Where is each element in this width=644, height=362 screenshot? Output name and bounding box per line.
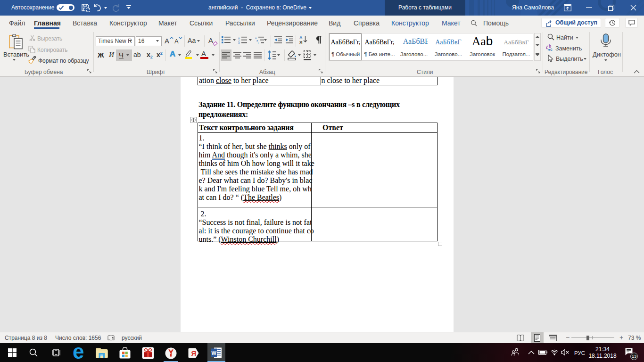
svg-text:c: c bbox=[550, 47, 553, 51]
svg-text:i: i bbox=[258, 41, 258, 44]
svg-text:Я: Я bbox=[299, 40, 302, 44]
svg-text:e: e bbox=[73, 347, 84, 359]
svg-text:А: А bbox=[299, 35, 303, 40]
svg-text:Я: Я bbox=[191, 349, 197, 357]
svg-text:3: 3 bbox=[238, 41, 240, 44]
svg-text:W: W bbox=[212, 350, 217, 356]
